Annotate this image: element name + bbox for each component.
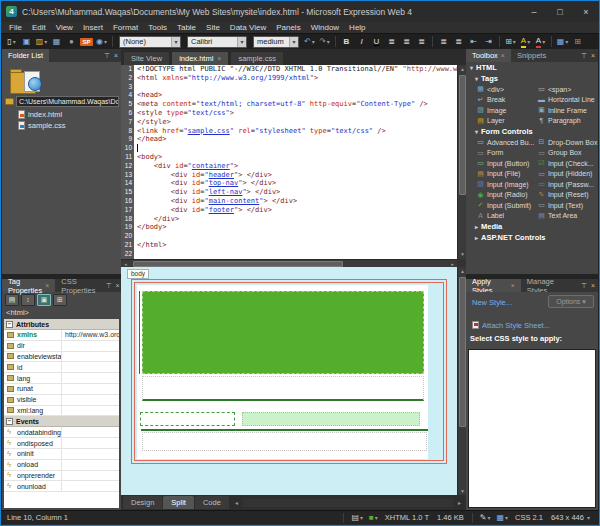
close-icon[interactable]: × xyxy=(217,55,221,62)
new-document-button[interactable]: ▯▾ xyxy=(5,35,18,48)
close-icon[interactable]: × xyxy=(45,282,49,289)
close-icon[interactable]: × xyxy=(511,282,515,289)
underline-button[interactable]: U xyxy=(370,35,383,48)
menu-view[interactable]: View xyxy=(51,22,78,33)
toolbox-item-span[interactable]: ▭<span> xyxy=(537,84,598,95)
section-attributes[interactable]: −Attributes xyxy=(4,319,119,330)
close-button[interactable]: × xyxy=(573,1,599,22)
close-icon[interactable]: × xyxy=(501,52,505,59)
toolbox-item-paragraph[interactable]: ¶Paragraph xyxy=(537,116,598,127)
code-line[interactable]: 21</html> xyxy=(121,241,457,250)
property-row-id[interactable]: id xyxy=(4,362,119,373)
property-row-ondatabinding[interactable]: ϟondatabinding xyxy=(4,427,119,438)
toolbox-item-input-radio[interactable]: ◉Input (Radio) xyxy=(476,190,537,201)
pin-icon[interactable]: ⊤ xyxy=(105,282,111,290)
preview-page-button[interactable]: ▤▾ xyxy=(351,513,363,522)
tab-index-html[interactable]: index.html× xyxy=(171,51,229,65)
code-line[interactable]: 8<link href="sample.css" rel="stylesheet… xyxy=(121,127,457,136)
menu-file[interactable]: File xyxy=(4,22,27,33)
property-row-lang[interactable]: lang xyxy=(4,373,119,384)
property-row-oninit[interactable]: ϟoninit xyxy=(4,449,119,460)
tab-design[interactable]: Design xyxy=(123,496,162,509)
toolbox-section-tags[interactable]: ▾Tags xyxy=(466,73,598,84)
close-icon[interactable]: × xyxy=(591,282,595,289)
save-button[interactable]: ▦ xyxy=(50,35,63,48)
property-row-xml-lang[interactable]: xml:lang xyxy=(4,406,119,417)
toolbox-item-div[interactable]: ▦<div> xyxy=(476,84,537,95)
property-row-onload[interactable]: ϟonload xyxy=(4,460,119,471)
code-line[interactable]: 6<style type="text/css"> xyxy=(121,109,457,118)
design-vertical-scrollbar[interactable]: ▲ ▼ xyxy=(457,267,466,496)
open-folder-button[interactable]: ▨▾ xyxy=(35,35,48,48)
tab-site-view[interactable]: Site View xyxy=(123,51,170,65)
toolbox-item-input-passw[interactable]: ▭Input (Passw... xyxy=(537,179,598,190)
menu-help[interactable]: Help xyxy=(344,22,370,33)
style-application-button[interactable]: ✎▾ xyxy=(480,513,491,522)
font-color-button[interactable]: A▾ xyxy=(534,35,547,48)
undo-button[interactable]: ↶▾ xyxy=(303,35,316,48)
align-center-button[interactable]: ≣ xyxy=(400,35,413,48)
toolbox-item-input-file[interactable]: ▤Input (File) xyxy=(476,169,537,180)
toolbox-item-image[interactable]: ▨Image xyxy=(476,105,537,116)
tab-folder-list[interactable]: Folder List xyxy=(2,49,49,62)
toolbox-section-form-controls[interactable]: ▾Form Controls xyxy=(466,126,598,137)
footer-block[interactable] xyxy=(142,432,427,451)
open-site-button[interactable]: ▣ xyxy=(20,35,33,48)
sort-alphabetical-button[interactable]: ↕ xyxy=(21,294,35,306)
code-line[interactable]: 14 <div id="top-nav"> </div> xyxy=(121,179,457,188)
code-line[interactable]: 1<!DOCTYPE html PUBLIC "-//W3C//DTD XHTM… xyxy=(121,65,457,74)
code-line[interactable]: 7</style> xyxy=(121,118,457,127)
chevron-down-icon[interactable]: ▾ xyxy=(289,37,298,47)
code-line[interactable]: 10 xyxy=(121,144,457,153)
close-icon[interactable]: × xyxy=(591,52,595,59)
property-row-visible[interactable]: visible xyxy=(4,395,119,406)
design-dimensions[interactable]: 643 x 446 ▾ xyxy=(551,513,590,522)
categorized-button[interactable]: ▤ xyxy=(5,294,19,306)
toolbox-item-input-button[interactable]: ▭Input (Button) xyxy=(476,158,537,169)
code-line[interactable]: 2<html xmlns="http://www.w3.org/1999/xht… xyxy=(121,74,457,83)
code-line[interactable]: 13 <div id="header"> </div> xyxy=(121,171,457,180)
new-style-link[interactable]: New Style... xyxy=(472,298,512,307)
decrease-indent-button[interactable]: ⇤ xyxy=(467,35,480,48)
superpreview-button[interactable]: SP xyxy=(80,35,93,48)
property-value[interactable]: http://www.w3.org... xyxy=(62,331,119,338)
code-line[interactable]: 3 xyxy=(121,83,457,92)
file-index-html[interactable]: index.html xyxy=(18,110,119,119)
bullet-list-button[interactable]: ≣ xyxy=(452,35,465,48)
code-line[interactable]: 11<body> xyxy=(121,153,457,162)
increase-indent-button[interactable]: ⇥ xyxy=(482,35,495,48)
design-view[interactable]: body xyxy=(121,267,466,496)
tab-snippets[interactable]: Snippets xyxy=(511,49,552,62)
toolbox-item-advanced-bu[interactable]: ▭Advanced Bu... xyxy=(476,137,537,148)
chevron-down-icon[interactable]: ▾ xyxy=(171,37,180,47)
pin-icon[interactable]: ⊤ xyxy=(104,52,110,60)
style-list[interactable] xyxy=(468,349,596,508)
scroll-right-icon[interactable]: ▸ xyxy=(453,499,466,506)
collapse-icon[interactable]: − xyxy=(6,418,13,425)
menu-panels[interactable]: Panels xyxy=(271,22,305,33)
tab-css-properties[interactable]: CSS Properties xyxy=(55,279,101,292)
code-vertical-scrollbar[interactable]: ▲ ▼ xyxy=(457,65,466,259)
borders-button[interactable]: ⊞▾ xyxy=(504,35,517,48)
tab-sample-css[interactable]: sample.css xyxy=(230,51,284,65)
tab-tag-properties[interactable]: Tag Properties× xyxy=(2,279,55,292)
code-line[interactable]: 18 </div> xyxy=(121,215,457,224)
tab-split[interactable]: Split xyxy=(163,496,194,509)
main-content-block[interactable] xyxy=(242,412,420,426)
style-combo[interactable]: (None)▾ xyxy=(119,36,181,48)
menu-data-view[interactable]: Data View xyxy=(225,22,271,33)
code-line[interactable]: 16 <div id="main-content"> </div> xyxy=(121,197,457,206)
tab-code[interactable]: Code xyxy=(195,496,229,509)
header-block[interactable] xyxy=(142,291,424,374)
table-button[interactable]: ▦▾ xyxy=(556,35,569,48)
property-row-enableviewsta[interactable]: enableviewsta... xyxy=(4,352,119,363)
visual-aids-button[interactable]: ■▾ xyxy=(369,513,378,522)
code-view[interactable]: 1<!DOCTYPE html PUBLIC "-//W3C//DTD XHTM… xyxy=(121,65,457,259)
code-line[interactable]: 22 xyxy=(121,250,457,259)
attribute-summary-button[interactable]: ⊞ xyxy=(53,294,67,306)
minimize-button[interactable]: – xyxy=(521,1,547,22)
toolbox-item-input-reset[interactable]: ✎Input (Reset) xyxy=(537,190,598,201)
code-line[interactable]: 15 <div id="left-nav"> </div> xyxy=(121,188,457,197)
toolbox-item-input-check[interactable]: ☑Input (Check... xyxy=(537,158,598,169)
refresh-button[interactable]: ● xyxy=(65,35,78,48)
